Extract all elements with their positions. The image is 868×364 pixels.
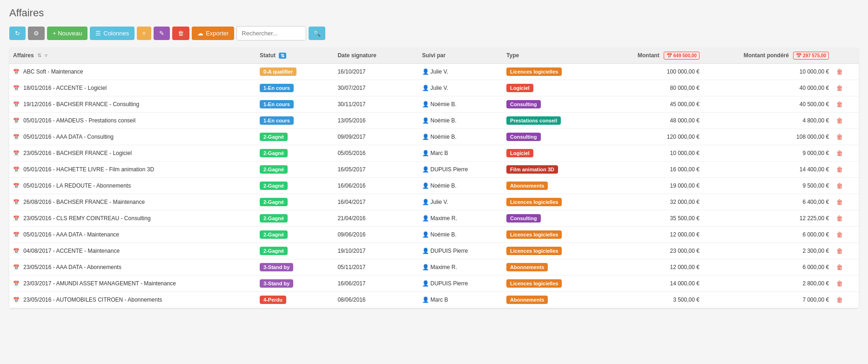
affaire-name: 23/03/2017 - AMUNDI ASSET MANAGEMENT - M… <box>23 280 176 287</box>
refresh-icon: ↻ <box>15 30 20 37</box>
row-delete-button[interactable]: 🗑 <box>836 231 843 238</box>
cell-statut: 2-Gagné <box>256 145 334 162</box>
type-badge: Abonnements <box>506 263 548 271</box>
statut-badge: 3-Stand by <box>260 263 293 271</box>
cell-montant: 35 500,00 € <box>606 210 703 227</box>
cell-suivi: 👤Noémie B. <box>418 129 503 145</box>
table-row: 📅 05/01/2016 - AAA DATA - Consulting 2-G… <box>9 129 859 145</box>
affaire-name: 05/01/2016 - AAA DATA - Maintenance <box>23 231 119 238</box>
col-affaires[interactable]: Affaires ⇅ ▿ <box>9 47 256 64</box>
type-badge: Prestations conseil <box>506 116 561 125</box>
cell-action: 🗑 <box>833 64 859 80</box>
statut-badge: 1-En cours <box>260 116 294 125</box>
type-badge: Abonnements <box>506 296 548 304</box>
affaire-name: 04/08/2017 - ACCENTE - Maintenance <box>23 248 120 254</box>
affaires-table: Affaires ⇅ ▿ Statut ⇅ Date signature Sui… <box>9 47 859 308</box>
trash-icon: 🗑 <box>178 30 184 37</box>
row-delete-button[interactable]: 🗑 <box>836 247 843 255</box>
edit-button[interactable]: ✎ <box>154 27 170 40</box>
cell-action: 🗑 <box>833 276 859 292</box>
row-delete-button[interactable]: 🗑 <box>836 84 843 92</box>
row-delete-button[interactable]: 🗑 <box>836 101 843 108</box>
cell-suivi: 👤Noémie B. <box>418 178 503 194</box>
affaire-icon: 📅 <box>13 216 20 221</box>
type-badge: Consulting <box>506 133 540 141</box>
row-delete-button[interactable]: 🗑 <box>836 182 843 189</box>
cell-affaire: 📅 23/03/2017 - AMUNDI ASSET MANAGEMENT -… <box>9 276 256 292</box>
col-montant[interactable]: Montant 📅 649 500,00 <box>606 47 703 64</box>
table-row: 📅 23/05/2016 - CLS REMY COINTREAU - Cons… <box>9 210 859 227</box>
cell-action: 🗑 <box>833 178 859 194</box>
cell-date: 30/07/2017 <box>334 80 418 96</box>
filter-col-icon: ▿ <box>45 53 47 58</box>
col-montant-pondere[interactable]: Montant pondéré 📅 297 575,00 <box>703 47 833 64</box>
cell-statut: 2-Gagné <box>256 178 334 194</box>
cell-montant: 120 000,00 € <box>606 129 703 145</box>
cell-action: 🗑 <box>833 259 859 276</box>
row-delete-button[interactable]: 🗑 <box>836 166 843 173</box>
affaire-name: 23/05/2016 - AAA DATA - Abonnements <box>23 264 121 270</box>
cell-montant-pondere: 9 500,00 € <box>703 178 833 194</box>
col-type[interactable]: Type <box>503 47 606 64</box>
cell-statut: 2-Gagné <box>256 129 334 145</box>
cell-montant-pondere: 108 000,00 € <box>703 129 833 145</box>
statut-badge: 2-Gagné <box>260 230 288 239</box>
table-row: 📅 05/01/2016 - HACHETTE LIVRE - Film ani… <box>9 162 859 178</box>
search-input[interactable] <box>236 26 306 40</box>
row-delete-button[interactable]: 🗑 <box>836 263 843 271</box>
table-row: 📅 04/08/2017 - ACCENTE - Maintenance 2-G… <box>9 243 859 259</box>
columns-button[interactable]: ☰ Colonnes <box>90 27 135 40</box>
cell-type: Licences logicielles <box>503 243 606 259</box>
filter-button[interactable]: ▿ <box>137 27 151 40</box>
new-button[interactable]: + Nouveau <box>47 27 87 40</box>
statut-badge: 0-A qualifier <box>260 67 296 76</box>
cell-montant: 48 000,00 € <box>606 113 703 129</box>
cell-montant-pondere: 6 000,00 € <box>703 227 833 243</box>
cell-suivi: 👤Julie V. <box>418 64 503 80</box>
col-suivi[interactable]: Suivi par <box>418 47 503 64</box>
table-header-row: Affaires ⇅ ▿ Statut ⇅ Date signature Sui… <box>9 47 859 64</box>
row-delete-button[interactable]: 🗑 <box>836 198 843 206</box>
cell-type: Licences logicielles <box>503 276 606 292</box>
cell-statut: 2-Gagné <box>256 227 334 243</box>
row-delete-button[interactable]: 🗑 <box>836 133 843 141</box>
cell-affaire: 📅 18/01/2016 - ACCENTE - Logiciel <box>9 80 256 96</box>
row-delete-button[interactable]: 🗑 <box>836 149 843 157</box>
cell-montant: 16 000,00 € <box>606 162 703 178</box>
row-delete-button[interactable]: 🗑 <box>836 296 843 303</box>
affaire-icon: 📅 <box>13 101 20 107</box>
refresh-button[interactable]: ↻ <box>9 27 26 40</box>
search-button[interactable]: 🔍 <box>309 27 325 40</box>
cell-montant: 19 000,00 € <box>606 178 703 194</box>
row-delete-button[interactable]: 🗑 <box>836 68 843 75</box>
pencil-icon: ✎ <box>159 30 164 37</box>
cell-montant-pondere: 4 800,00 € <box>703 113 833 129</box>
statut-badge: 2-Gagné <box>260 133 288 141</box>
table-row: 📅 18/01/2016 - ACCENTE - Logiciel 1-En c… <box>9 80 859 96</box>
person-icon: 👤 <box>422 297 429 303</box>
col-action <box>833 47 859 64</box>
cell-affaire: 📅 23/05/2016 - AAA DATA - Abonnements <box>9 259 256 276</box>
bulk-delete-button[interactable]: 🗑 <box>172 27 189 40</box>
export-button[interactable]: ☁ Exporter <box>192 27 234 40</box>
settings-button[interactable]: ⚙ <box>28 27 45 40</box>
cell-montant-pondere: 10 000,00 € <box>703 64 833 80</box>
col-date[interactable]: Date signature <box>334 47 418 64</box>
cell-affaire: 📅 04/08/2017 - ACCENTE - Maintenance <box>9 243 256 259</box>
cell-affaire: 📅 05/01/2016 - AAA DATA - Maintenance <box>9 227 256 243</box>
col-statut[interactable]: Statut ⇅ <box>256 47 334 64</box>
cell-type: Licences logicielles <box>503 227 606 243</box>
cell-date: 08/06/2016 <box>334 292 418 308</box>
person-icon: 👤 <box>422 215 429 222</box>
cell-suivi: 👤DUPUIS Pierre <box>418 162 503 178</box>
row-delete-button[interactable]: 🗑 <box>836 215 843 222</box>
affaire-name: 05/01/2016 - LA REDOUTE - Abonnements <box>23 182 131 189</box>
table-row: 📅 23/05/2016 - BACHSER FRANCE - Logiciel… <box>9 145 859 162</box>
type-badge: Consulting <box>506 214 540 222</box>
sort-icon: ⇅ <box>37 53 41 58</box>
row-delete-button[interactable]: 🗑 <box>836 117 843 124</box>
cell-montant: 80 000,00 € <box>606 80 703 96</box>
cell-suivi: 👤Julie V. <box>418 194 503 210</box>
search-icon: 🔍 <box>313 30 321 37</box>
row-delete-button[interactable]: 🗑 <box>836 280 843 287</box>
